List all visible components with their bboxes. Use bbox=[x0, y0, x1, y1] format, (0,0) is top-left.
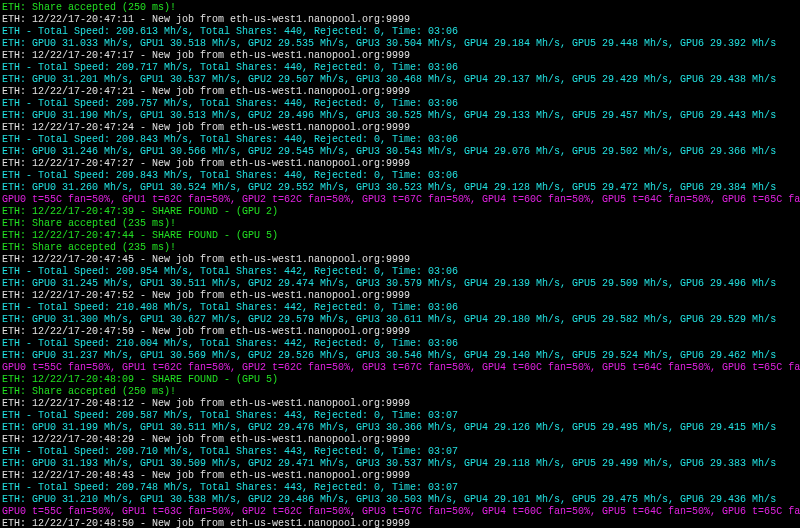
log-line: ETH: GPU0 31.199 Mh/s, GPU1 30.511 Mh/s,… bbox=[2, 422, 798, 434]
log-line: ETH: 12/22/17-20:47:59 - New job from et… bbox=[2, 326, 798, 338]
log-line: ETH: 12/22/17-20:47:27 - New job from et… bbox=[2, 158, 798, 170]
log-line: ETH: 12/22/17-20:47:17 - New job from et… bbox=[2, 50, 798, 62]
log-line: ETH: Share accepted (235 ms)! bbox=[2, 242, 798, 254]
log-line: ETH: 12/22/17-20:47:24 - New job from et… bbox=[2, 122, 798, 134]
log-line: ETH - Total Speed: 209.717 Mh/s, Total S… bbox=[2, 62, 798, 74]
log-line: ETH: 12/22/17-20:48:12 - New job from et… bbox=[2, 398, 798, 410]
log-line: ETH: GPU0 31.237 Mh/s, GPU1 30.569 Mh/s,… bbox=[2, 350, 798, 362]
log-line: ETH: GPU0 31.193 Mh/s, GPU1 30.509 Mh/s,… bbox=[2, 458, 798, 470]
log-line: ETH - Total Speed: 210.408 Mh/s, Total S… bbox=[2, 302, 798, 314]
log-line: ETH - Total Speed: 209.587 Mh/s, Total S… bbox=[2, 410, 798, 422]
log-line: ETH: 12/22/17-20:47:45 - New job from et… bbox=[2, 254, 798, 266]
log-line: ETH - Total Speed: 209.710 Mh/s, Total S… bbox=[2, 446, 798, 458]
log-line: ETH: GPU0 31.201 Mh/s, GPU1 30.537 Mh/s,… bbox=[2, 74, 798, 86]
log-line: ETH - Total Speed: 210.004 Mh/s, Total S… bbox=[2, 338, 798, 350]
log-line: ETH: Share accepted (235 ms)! bbox=[2, 218, 798, 230]
log-line: ETH: 12/22/17-20:47:21 - New job from et… bbox=[2, 86, 798, 98]
log-line: GPU0 t=55C fan=50%, GPU1 t=62C fan=50%, … bbox=[2, 362, 798, 374]
log-line: ETH - Total Speed: 209.613 Mh/s, Total S… bbox=[2, 26, 798, 38]
log-line: ETH: GPU0 31.246 Mh/s, GPU1 30.566 Mh/s,… bbox=[2, 146, 798, 158]
log-line: ETH: 12/22/17-20:47:44 - SHARE FOUND - (… bbox=[2, 230, 798, 242]
log-line: ETH - Total Speed: 209.757 Mh/s, Total S… bbox=[2, 98, 798, 110]
log-line: ETH: Share accepted (250 ms)! bbox=[2, 2, 798, 14]
log-line: ETH: GPU0 31.210 Mh/s, GPU1 30.538 Mh/s,… bbox=[2, 494, 798, 506]
log-line: ETH - Total Speed: 209.748 Mh/s, Total S… bbox=[2, 482, 798, 494]
log-line: ETH: 12/22/17-20:48:43 - New job from et… bbox=[2, 470, 798, 482]
log-line: ETH: 12/22/17-20:47:39 - SHARE FOUND - (… bbox=[2, 206, 798, 218]
log-line: ETH: GPU0 31.190 Mh/s, GPU1 30.513 Mh/s,… bbox=[2, 110, 798, 122]
log-line: ETH: 12/22/17-20:47:52 - New job from et… bbox=[2, 290, 798, 302]
log-line: GPU0 t=55C fan=50%, GPU1 t=62C fan=50%, … bbox=[2, 194, 798, 206]
log-line: ETH: 12/22/17-20:48:29 - New job from et… bbox=[2, 434, 798, 446]
log-line: ETH: GPU0 31.033 Mh/s, GPU1 30.518 Mh/s,… bbox=[2, 38, 798, 50]
log-line: GPU0 t=55C fan=50%, GPU1 t=63C fan=50%, … bbox=[2, 506, 798, 518]
log-line: ETH: 12/22/17-20:48:09 - SHARE FOUND - (… bbox=[2, 374, 798, 386]
log-line: ETH - Total Speed: 209.843 Mh/s, Total S… bbox=[2, 170, 798, 182]
terminal-output: ETH: Share accepted (250 ms)!ETH: 12/22/… bbox=[0, 0, 800, 528]
log-line: ETH: GPU0 31.300 Mh/s, GPU1 30.627 Mh/s,… bbox=[2, 314, 798, 326]
log-line: ETH: 12/22/17-20:48:50 - New job from et… bbox=[2, 518, 798, 528]
log-line: ETH - Total Speed: 209.954 Mh/s, Total S… bbox=[2, 266, 798, 278]
log-line: ETH - Total Speed: 209.843 Mh/s, Total S… bbox=[2, 134, 798, 146]
log-line: ETH: Share accepted (250 ms)! bbox=[2, 386, 798, 398]
log-line: ETH: GPU0 31.245 Mh/s, GPU1 30.511 Mh/s,… bbox=[2, 278, 798, 290]
log-line: ETH: GPU0 31.260 Mh/s, GPU1 30.524 Mh/s,… bbox=[2, 182, 798, 194]
log-line: ETH: 12/22/17-20:47:11 - New job from et… bbox=[2, 14, 798, 26]
